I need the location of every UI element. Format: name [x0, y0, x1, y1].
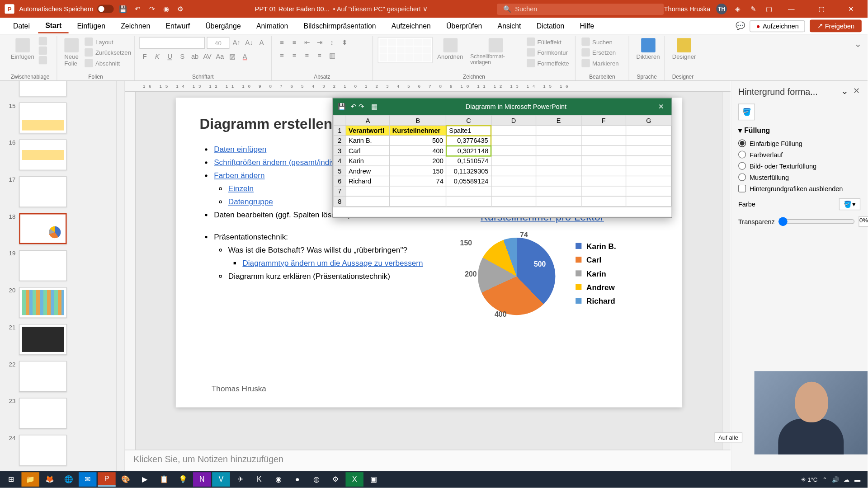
- col-d[interactable]: D: [491, 115, 536, 125]
- text-dir-button[interactable]: ⬍: [339, 37, 350, 48]
- dictate-button[interactable]: Diktieren: [634, 37, 662, 61]
- italic-button[interactable]: K: [152, 51, 163, 62]
- slide-thumbnails[interactable]: 15 16 17 18 19 20 21 22 23 24: [0, 81, 125, 471]
- color-picker[interactable]: 🪣▾: [839, 198, 860, 210]
- tray-chevron[interactable]: ⌃: [822, 476, 827, 483]
- bullets-button[interactable]: ≡: [277, 37, 288, 48]
- ds-edit-icon[interactable]: ▦: [371, 103, 377, 110]
- thumb-24[interactable]: [19, 435, 66, 466]
- app-icon-2[interactable]: 📋: [155, 472, 173, 487]
- settings-icon[interactable]: ⚙: [326, 472, 344, 487]
- designer-button[interactable]: Designer: [670, 37, 698, 61]
- bullet-1[interactable]: Daten einfügen: [214, 145, 266, 154]
- thumb-15[interactable]: [19, 103, 66, 134]
- tab-dictation[interactable]: Dictation: [529, 19, 571, 33]
- shadow-button[interactable]: ab: [189, 51, 200, 62]
- shapes-gallery[interactable]: [378, 37, 433, 63]
- firefox-icon[interactable]: 🦊: [41, 472, 59, 487]
- row-1-head[interactable]: 1: [333, 125, 346, 135]
- share-button[interactable]: ↗Freigeben: [810, 19, 862, 32]
- datasheet-grid[interactable]: A B C D E F G 1 Verant: [333, 115, 672, 206]
- case-button[interactable]: Aa: [214, 51, 225, 62]
- tab-ueberpruefen[interactable]: Überprüfen: [439, 19, 489, 33]
- telegram-icon[interactable]: ✈: [231, 472, 249, 487]
- spacing-button[interactable]: AV: [202, 51, 213, 62]
- excel-icon[interactable]: X: [345, 472, 363, 487]
- tab-hilfe[interactable]: Hilfe: [573, 19, 601, 33]
- quickstyle-button[interactable]: Schnellformat-vorlagen: [468, 37, 523, 67]
- diamond-icon[interactable]: ◈: [733, 4, 742, 14]
- app-icon-6[interactable]: ◉: [269, 472, 288, 487]
- window-icon[interactable]: ▢: [764, 4, 774, 14]
- qat-icon-1[interactable]: ◉: [161, 4, 171, 14]
- bullet-3a[interactable]: Einzeln: [228, 184, 254, 193]
- checkbox-hide-bg[interactable]: Hintergrundgrafiken ausblenden: [738, 185, 860, 192]
- chrome-icon[interactable]: 🌐: [60, 472, 78, 487]
- qat-icon-2[interactable]: ⚙: [175, 4, 185, 14]
- font-color-button[interactable]: A: [240, 51, 250, 62]
- col-a[interactable]: A: [346, 115, 390, 125]
- editor-scrollbar[interactable]: [722, 92, 730, 450]
- collapse-ribbon-icon[interactable]: ⌄: [854, 39, 862, 49]
- tray-audio[interactable]: 🔊: [832, 476, 839, 483]
- align-right-button[interactable]: ≡: [302, 50, 312, 61]
- search-box[interactable]: 🔍 Suchen: [497, 3, 664, 14]
- thumb-17[interactable]: [19, 176, 66, 207]
- radio-pattern[interactable]: Musterfüllung: [738, 174, 860, 181]
- thumb-22[interactable]: [19, 361, 66, 392]
- indent-dec-button[interactable]: ⇤: [302, 37, 312, 48]
- reset-button[interactable]: Zurücksetzen: [84, 47, 132, 57]
- pie-chart[interactable]: Kursteilnehmer pro Lektor 74 150 200 400…: [438, 211, 646, 354]
- app-icon-5[interactable]: K: [250, 472, 269, 487]
- tray-onedrive[interactable]: ☁: [844, 476, 849, 483]
- find-button[interactable]: Suchen: [580, 37, 620, 47]
- radio-gradient[interactable]: Farbverlauf: [738, 150, 860, 158]
- record-button[interactable]: ●Aufzeichnen: [750, 20, 805, 32]
- tab-aufzeichnen[interactable]: Aufzeichnen: [384, 19, 438, 33]
- bullet-3b[interactable]: Datengruppe: [228, 197, 273, 206]
- tab-bildschirm[interactable]: Bildschirmpräsentation: [297, 19, 383, 33]
- underline-button[interactable]: U: [165, 51, 175, 62]
- thumb-19[interactable]: [19, 250, 66, 282]
- numbering-button[interactable]: ≡: [289, 37, 300, 48]
- increase-font-icon[interactable]: A↑: [231, 37, 242, 48]
- app-icon-9[interactable]: ▣: [365, 472, 383, 487]
- minimize-button[interactable]: —: [779, 0, 803, 18]
- effects-button[interactable]: Formeffekte: [525, 58, 570, 68]
- app-icon-7[interactable]: ●: [288, 472, 307, 487]
- slide-canvas[interactable]: Diagramm erstellen und formatieren Daten…: [136, 92, 722, 450]
- cell-b1[interactable]: Kursteilnehmer: [390, 125, 446, 135]
- pen-icon[interactable]: ✎: [748, 4, 758, 14]
- powerpoint-taskbar-icon[interactable]: P: [98, 472, 116, 487]
- section-button[interactable]: Abschnitt: [84, 58, 132, 68]
- autosave-toggle[interactable]: Automatisches Speichern: [19, 5, 113, 13]
- datasheet-scrollbar[interactable]: [333, 206, 672, 217]
- thumb-18[interactable]: [19, 213, 66, 244]
- tray-battery[interactable]: ▬: [854, 476, 860, 483]
- tab-entwurf[interactable]: Entwurf: [159, 19, 197, 33]
- cell-a1[interactable]: Verantwortl: [346, 125, 390, 135]
- outlook-icon[interactable]: ✉: [79, 472, 97, 487]
- columns-button[interactable]: ▥: [326, 50, 337, 61]
- cut-icon[interactable]: [39, 37, 47, 45]
- font-size-combo[interactable]: [207, 37, 229, 49]
- thumb-23[interactable]: [19, 398, 66, 429]
- col-f[interactable]: F: [581, 115, 626, 125]
- bullet-3[interactable]: Farben ändern: [214, 171, 264, 180]
- thumb-20[interactable]: [19, 287, 66, 318]
- start-button[interactable]: ⊞: [2, 472, 20, 487]
- col-g[interactable]: G: [626, 115, 671, 125]
- transparency-slider[interactable]: [778, 217, 855, 226]
- indent-inc-button[interactable]: ⇥: [314, 37, 325, 48]
- tab-start[interactable]: Start: [38, 19, 69, 33]
- format-painter-icon[interactable]: [39, 56, 47, 64]
- vlc-icon[interactable]: ▶: [136, 472, 154, 487]
- col-b[interactable]: B: [390, 115, 446, 125]
- app-icon-3[interactable]: 💡: [174, 472, 192, 487]
- pane-close-button[interactable]: ✕: [853, 86, 860, 97]
- pie-shape[interactable]: [478, 238, 555, 315]
- line-spacing-button[interactable]: ↕: [326, 37, 337, 48]
- highlight-button[interactable]: ▨: [227, 51, 238, 62]
- weather-widget[interactable]: ☀ 1°C: [801, 476, 818, 483]
- fill-tab-icon[interactable]: 🪣: [738, 103, 755, 120]
